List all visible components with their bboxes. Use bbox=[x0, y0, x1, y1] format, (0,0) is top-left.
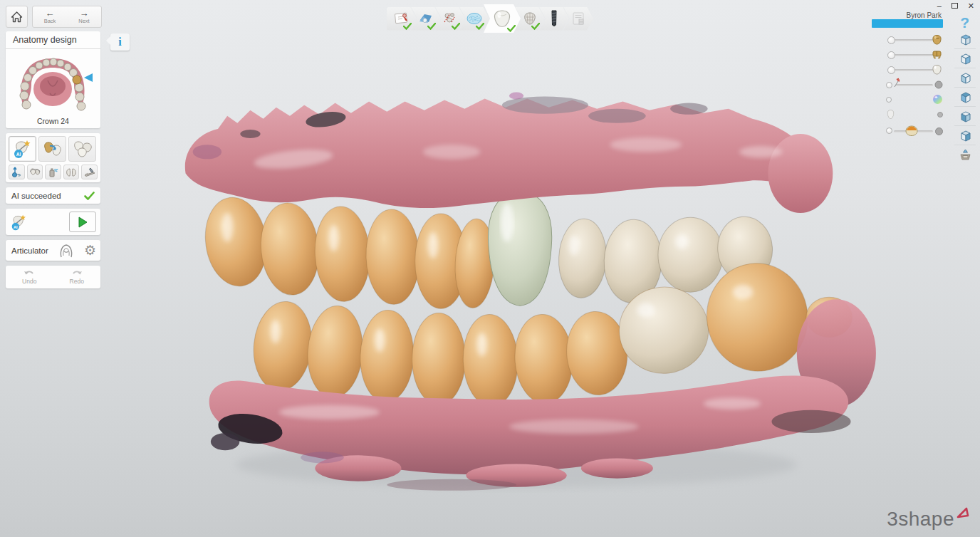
spray-icon bbox=[47, 167, 58, 178]
view-cube-back[interactable] bbox=[954, 68, 976, 88]
view-cube-top[interactable] bbox=[954, 30, 976, 49]
color-sphere-icon bbox=[932, 94, 943, 105]
articulator-icon[interactable] bbox=[57, 243, 75, 259]
morph-from-library-button[interactable] bbox=[38, 136, 66, 162]
sculpt-knife-icon bbox=[83, 167, 96, 177]
anatomy-design-card: Anatomy design i Cro bbox=[6, 31, 100, 128]
play-icon bbox=[78, 217, 88, 228]
undo-icon bbox=[24, 270, 35, 278]
white-tooth-icon bbox=[931, 64, 943, 75]
slider-antagonist bbox=[886, 78, 943, 93]
redo-icon bbox=[71, 270, 83, 278]
check-icon bbox=[427, 23, 436, 30]
check-icon bbox=[476, 23, 484, 30]
back-arrow-icon: ← bbox=[46, 9, 55, 17]
insertion-direction-button[interactable] bbox=[9, 165, 25, 179]
smile-slider-left-handle[interactable] bbox=[886, 127, 892, 134]
gold-crown-icon bbox=[931, 34, 943, 46]
sculpt-toolkit-button[interactable] bbox=[81, 165, 98, 179]
minimize-button[interactable]: – bbox=[937, 1, 942, 10]
gray-ball-icon bbox=[934, 80, 943, 89]
logo-triangle-icon bbox=[956, 507, 970, 520]
orange-dome-handle-icon[interactable] bbox=[905, 125, 919, 137]
redo-label: Redo bbox=[70, 278, 84, 285]
gray-dot-icon bbox=[937, 112, 943, 118]
slider-color-texture bbox=[886, 93, 943, 108]
ai-run-card: AI bbox=[6, 209, 100, 235]
3d-viewport[interactable] bbox=[142, 66, 883, 497]
articulator-label: Articulator bbox=[11, 246, 48, 255]
arch-thumbnail[interactable] bbox=[6, 49, 100, 116]
progress-bar bbox=[872, 19, 943, 28]
next-button[interactable]: → Next bbox=[67, 6, 101, 27]
gold-bridge-icon bbox=[931, 49, 943, 61]
slider-smile bbox=[886, 122, 943, 140]
window-controls: – ✕ bbox=[937, 1, 974, 10]
check-icon bbox=[403, 23, 412, 30]
pin-icon bbox=[892, 78, 902, 88]
slider-ghost bbox=[886, 108, 943, 122]
designed-crown-24[interactable] bbox=[488, 192, 551, 306]
transform-teeth-button[interactable] bbox=[27, 165, 43, 179]
mirror-tooth-button[interactable] bbox=[63, 165, 80, 179]
visibility-sliders bbox=[886, 33, 943, 140]
back-label: Back bbox=[44, 18, 56, 24]
home-icon bbox=[11, 11, 23, 23]
manufacture-icon bbox=[570, 11, 587, 26]
success-check-icon bbox=[84, 192, 95, 200]
implant-post-icon bbox=[549, 9, 559, 28]
thumbnail-caption: Crown 24 bbox=[6, 116, 100, 128]
highlighted-tooth-24 bbox=[73, 75, 81, 84]
logo-text: 3shape bbox=[887, 509, 954, 530]
teeth-group-icon bbox=[71, 140, 94, 158]
view-cube-left[interactable] bbox=[954, 88, 976, 107]
prep-scan-slider-handle[interactable] bbox=[887, 66, 895, 74]
articulator-settings-gear-icon[interactable]: ⚙ bbox=[84, 244, 96, 257]
check-icon bbox=[531, 23, 540, 30]
framework-slider-handle[interactable] bbox=[887, 51, 895, 59]
close-button[interactable]: ✕ bbox=[968, 1, 974, 10]
tooth-morph-icon bbox=[42, 140, 63, 158]
rotate-teeth-icon bbox=[28, 167, 41, 177]
design-tools-card: AI bbox=[6, 133, 100, 182]
mirror-teeth-icon bbox=[65, 167, 78, 177]
view-buttons bbox=[954, 30, 976, 165]
svg-text:AI: AI bbox=[16, 152, 21, 157]
split-view-button[interactable] bbox=[954, 145, 976, 165]
color-texture-slider-handle[interactable] bbox=[886, 97, 892, 103]
gray-ball-icon bbox=[935, 127, 943, 135]
slider-prep-scan bbox=[886, 63, 943, 78]
upper-arch-occlusal-icon bbox=[9, 51, 97, 113]
view-cube-right[interactable] bbox=[954, 107, 976, 126]
ai-anatomy-tool-button[interactable]: AI bbox=[9, 136, 36, 162]
left-panel: Anatomy design i Cro bbox=[6, 31, 100, 293]
ai-tool-small-icon: AI bbox=[10, 214, 28, 231]
ai-tooth-wand-icon: AI bbox=[12, 139, 33, 159]
dental-scan-render bbox=[142, 66, 883, 497]
add-material-button[interactable] bbox=[45, 165, 61, 179]
restore-button[interactable] bbox=[952, 3, 958, 9]
workflow-steps bbox=[387, 4, 593, 33]
ghost-tooth-icon[interactable] bbox=[886, 109, 895, 120]
help-button[interactable]: ? bbox=[960, 14, 969, 31]
svg-text:AI: AI bbox=[14, 224, 18, 229]
step-order-form[interactable] bbox=[387, 7, 417, 31]
info-button[interactable]: i bbox=[110, 33, 130, 51]
undo-button[interactable]: Undo bbox=[6, 266, 53, 288]
articulator-card: Articulator ⚙ bbox=[6, 240, 100, 261]
patient-name: Byron Park bbox=[907, 11, 942, 19]
check-icon bbox=[452, 23, 460, 30]
apply-to-all-teeth-button[interactable] bbox=[68, 136, 96, 162]
run-ai-button[interactable] bbox=[69, 212, 96, 232]
info-icon: i bbox=[118, 36, 121, 48]
next-label: Next bbox=[78, 18, 89, 24]
restoration-slider-handle[interactable] bbox=[887, 36, 895, 44]
undo-redo-card: Undo Redo bbox=[6, 266, 100, 288]
back-button[interactable]: ← Back bbox=[33, 6, 67, 27]
redo-button[interactable]: Redo bbox=[53, 266, 101, 288]
view-cube-bottom[interactable] bbox=[954, 126, 976, 145]
slider-restoration bbox=[886, 33, 943, 48]
home-button[interactable] bbox=[6, 6, 28, 28]
brand-logo: 3shape bbox=[887, 509, 970, 530]
view-cube-front[interactable] bbox=[954, 49, 976, 68]
